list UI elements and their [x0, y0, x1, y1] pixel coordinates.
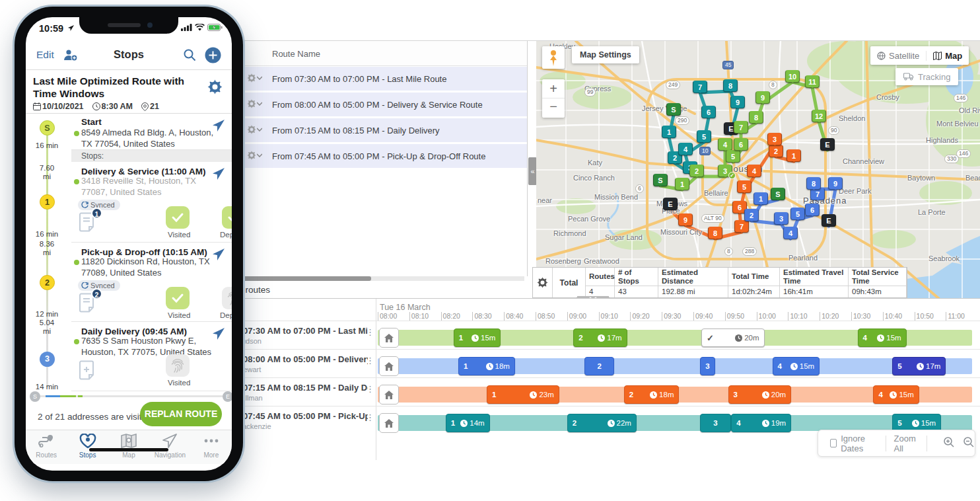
- summary-settings-cell[interactable]: [533, 268, 553, 297]
- stop-card[interactable]: Delivery & Service (11:00 AM) 3418 Revei…: [71, 162, 232, 243]
- add-note-icon[interactable]: [79, 360, 97, 383]
- gantt-stop-segment[interactable]: 415m: [873, 385, 919, 404]
- route-row[interactable]: From 07:15 AM to 08:15 PM - Daily Delive…: [240, 118, 527, 142]
- gantt-stop-segment[interactable]: 115m: [454, 328, 501, 347]
- map-stop-marker-green-9[interactable]: 9: [755, 91, 770, 104]
- satellite-button[interactable]: Satellite: [870, 51, 927, 61]
- pane-splitter[interactable]: [527, 41, 528, 276]
- replan-route-button[interactable]: REPLAN ROUTE: [140, 402, 222, 426]
- timeline-zoom-in-button[interactable]: [943, 436, 955, 451]
- gantt-stop-segment[interactable]: 114m: [446, 414, 490, 432]
- route-row-gear-menu[interactable]: [247, 125, 264, 135]
- gantt-stop-segment[interactable]: 123m: [487, 385, 559, 404]
- map-stop-marker-teal-8[interactable]: 8: [723, 79, 738, 92]
- map-stop-marker-green-2[interactable]: 2: [689, 165, 704, 177]
- tab-more[interactable]: More: [191, 430, 232, 464]
- map-stop-marker-green-10[interactable]: 10: [785, 70, 800, 83]
- map-stop-marker-blue-2[interactable]: 2: [744, 209, 759, 221]
- map-stop-marker-blue-9[interactable]: 9: [828, 177, 843, 190]
- map-stop-marker-blue-8[interactable]: 8: [806, 177, 821, 190]
- search-icon[interactable]: [183, 48, 196, 61]
- map-stop-marker-teal-5[interactable]: 5: [697, 130, 711, 143]
- route-settings-gear-icon[interactable]: [207, 79, 223, 95]
- pegman-control[interactable]: [542, 46, 565, 69]
- map-stop-marker-orange-3[interactable]: 3: [767, 133, 782, 145]
- gantt-stop-segment[interactable]: 218m: [624, 385, 680, 404]
- map-stop-marker-blue-E[interactable]: E: [822, 214, 836, 227]
- map[interactable]: HockleyCypressJersey VillageKatyCinco Ra…: [536, 41, 980, 299]
- departed-status-icon[interactable]: [222, 206, 232, 229]
- map-stop-marker-green-12[interactable]: 12: [812, 110, 826, 122]
- gantt-stop-segment[interactable]: 118m: [458, 357, 515, 375]
- map-stop-marker-green-1[interactable]: 1: [675, 178, 689, 190]
- gantt-row-menu[interactable]: ⋮: [366, 356, 368, 366]
- map-zoom-out-button[interactable]: −: [542, 98, 565, 117]
- map-stop-marker-blue-5[interactable]: 5: [790, 208, 805, 220]
- navigate-icon[interactable]: [212, 119, 225, 132]
- route-row-gear-menu[interactable]: [247, 151, 264, 161]
- gantt-stop-segment[interactable]: 3: [700, 357, 716, 375]
- map-zoom-control[interactable]: + −: [542, 79, 565, 118]
- add-stop-button[interactable]: [205, 47, 221, 63]
- navigate-icon[interactable]: [212, 327, 225, 340]
- zoom-all-button[interactable]: Zoom All: [894, 434, 919, 453]
- gantt-row-menu[interactable]: ⋮: [366, 327, 368, 337]
- map-stop-marker-orange-1[interactable]: 1: [787, 149, 801, 162]
- tab-navigation[interactable]: Navigation: [149, 430, 190, 464]
- visited-status-icon[interactable]: [166, 287, 190, 309]
- map-stop-marker-blue-3[interactable]: 3: [774, 212, 788, 225]
- tab-stops[interactable]: Stops: [67, 430, 108, 464]
- tab-map[interactable]: Map: [108, 430, 149, 464]
- navigate-icon[interactable]: [212, 167, 225, 180]
- map-stop-marker-green-11[interactable]: 11: [805, 75, 820, 88]
- scrollbar-thumb[interactable]: [240, 276, 371, 281]
- route-row-gear-menu[interactable]: [247, 73, 264, 84]
- stop-card[interactable]: Daily Delivery (09:45 AM) 7635 S Sam Hou…: [71, 322, 232, 391]
- map-stop-marker-orange-5[interactable]: 5: [737, 180, 752, 193]
- route-row[interactable]: From 07:30 AM to 07:00 PM - Last Mile Ro…: [240, 67, 527, 91]
- gantt-row-menu[interactable]: ⋮: [366, 412, 368, 422]
- ignore-dates-checkbox[interactable]: [830, 439, 837, 447]
- map-stop-marker-teal-1[interactable]: 1: [662, 126, 676, 138]
- map-stop-marker-green-E[interactable]: E: [820, 138, 835, 151]
- stop-card[interactable]: Pick-up & Drop-off (10:15 AM) 11820 Dick…: [71, 243, 232, 322]
- gantt-stop-segment[interactable]: 3: [700, 414, 732, 432]
- map-stop-marker-orange-4[interactable]: 4: [747, 165, 761, 177]
- map-stop-marker-orange-7[interactable]: 7: [734, 220, 749, 233]
- map-stop-marker-blue-4[interactable]: 4: [783, 227, 798, 239]
- gantt-stop-segment[interactable]: 415m: [773, 357, 820, 375]
- route-row-gear-menu[interactable]: [247, 99, 264, 110]
- map-stop-marker-teal-S[interactable]: S: [666, 103, 681, 116]
- gantt-stop-segment[interactable]: 2: [584, 357, 614, 375]
- map-mode-button[interactable]: Map: [927, 51, 969, 61]
- map-stop-marker-blue-6[interactable]: 6: [805, 204, 820, 216]
- map-stop-marker-green-8[interactable]: 8: [749, 111, 763, 124]
- route-row[interactable]: From 08:00 AM to 05:00 PM - Delivery & S…: [240, 93, 527, 116]
- gantt-stop-segment[interactable]: 419m: [731, 414, 791, 432]
- gantt-stop-segment[interactable]: 415m: [858, 328, 907, 347]
- map-stop-marker-green-3[interactable]: 3✓: [718, 165, 732, 177]
- map-stop-marker-green-6[interactable]: 6: [734, 138, 748, 151]
- map-stop-marker-green-7[interactable]: 7: [734, 121, 748, 134]
- map-stop-marker-teal-6[interactable]: 6: [701, 106, 716, 118]
- map-stop-marker-green-4[interactable]: 4: [718, 138, 732, 151]
- visited-status-icon[interactable]: [166, 354, 190, 377]
- map-stop-marker-teal-9[interactable]: 9: [730, 96, 745, 108]
- horizontal-scrollbar[interactable]: [240, 276, 524, 281]
- gantt-stop-segment[interactable]: 222m: [567, 414, 637, 432]
- navigate-icon[interactable]: [212, 248, 225, 261]
- map-stop-marker-orange-E[interactable]: E: [663, 198, 678, 210]
- map-stop-marker-green-S[interactable]: S: [653, 174, 668, 186]
- map-stop-marker-teal-7[interactable]: 7: [693, 81, 707, 93]
- start-stop-card[interactable]: Start 8549 Almeda Rd Bldg. A, Houston, T…: [71, 114, 232, 150]
- tracking-button[interactable]: Tracking: [895, 68, 958, 85]
- departed-status-icon[interactable]: [222, 287, 232, 309]
- map-stop-marker-blue-1[interactable]: 1: [753, 192, 768, 205]
- gantt-row-menu[interactable]: ⋮: [366, 384, 368, 394]
- visited-status-icon[interactable]: [166, 206, 190, 229]
- map-zoom-in-button[interactable]: +: [542, 79, 565, 98]
- map-stop-marker-teal-4[interactable]: 4: [678, 143, 693, 155]
- timeline-zoom-out-button[interactable]: [963, 436, 975, 451]
- tab-routes[interactable]: Routes: [26, 430, 67, 464]
- map-settings-button[interactable]: Map Settings: [572, 46, 639, 63]
